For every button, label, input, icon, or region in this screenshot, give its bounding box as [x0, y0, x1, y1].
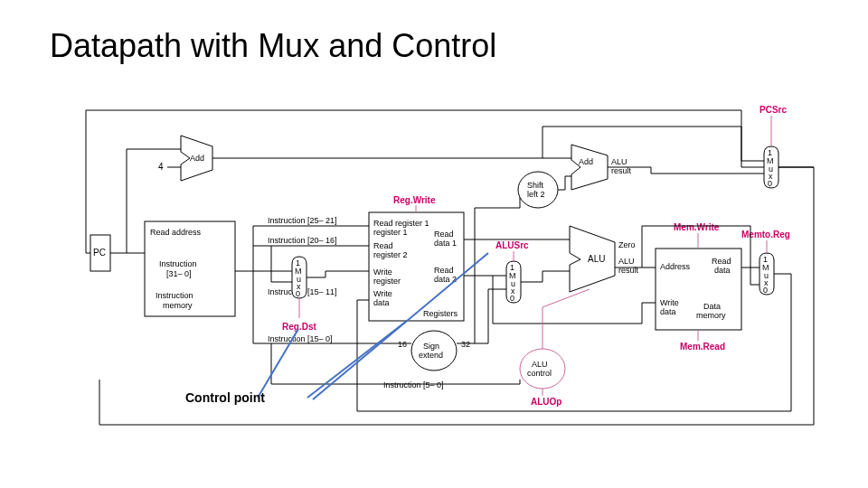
- svg-text:Data: Data: [703, 302, 721, 311]
- control-point-annotation: Control point: [185, 390, 265, 405]
- memread-signal: Mem.Read: [680, 342, 725, 352]
- svg-text:Zero: Zero: [618, 240, 636, 249]
- svg-text:Read: Read: [434, 266, 454, 275]
- mux-regdst: 1 M u x 0: [292, 257, 307, 298]
- svg-text:Write: Write: [373, 267, 392, 277]
- svg-text:Address: Address: [660, 262, 691, 271]
- pc-label: PC: [93, 248, 106, 258]
- aluop-signal: ALUOp: [531, 397, 561, 407]
- pcsrc-signal: PCSrc: [760, 105, 787, 115]
- regdst-signal: Reg.Dst: [282, 322, 316, 332]
- instr5-0: Instruction [5– 0]: [383, 380, 444, 389]
- mux-memtoreg: 1 M u x 0: [760, 253, 774, 295]
- adder-branch: [571, 145, 608, 190]
- svg-text:Shift: Shift: [527, 181, 544, 190]
- const-4: 4: [158, 162, 164, 172]
- svg-text:left 2: left 2: [527, 190, 545, 199]
- imem-name-2: memory: [163, 301, 193, 310]
- svg-text:Write: Write: [373, 289, 392, 298]
- imem-name-1: Instruction: [156, 291, 193, 300]
- svg-text:register 1: register 1: [373, 228, 408, 237]
- svg-text:0: 0: [510, 294, 514, 303]
- svg-text:extend: extend: [419, 351, 443, 360]
- svg-text:memory: memory: [696, 311, 726, 320]
- svg-text:Read register 1: Read register 1: [373, 219, 429, 228]
- svg-text:Read: Read: [373, 241, 393, 250]
- svg-text:Read: Read: [434, 230, 454, 239]
- svg-text:data: data: [373, 298, 390, 307]
- alusrc-signal: ALUSrc: [495, 240, 529, 250]
- svg-text:ALU: ALU: [611, 157, 627, 166]
- svg-text:Read: Read: [712, 257, 731, 266]
- imem-read-addr: Read address: [150, 228, 202, 237]
- svg-text:data: data: [714, 266, 731, 275]
- svg-text:Write: Write: [660, 298, 679, 307]
- svg-text:ALU: ALU: [532, 360, 548, 369]
- memwrite-signal: Mem.Write: [674, 222, 720, 232]
- svg-text:Registers: Registers: [423, 309, 458, 318]
- svg-text:Add: Add: [579, 157, 593, 166]
- instr20-16: Instruction [20– 16]: [268, 236, 337, 245]
- svg-text:control: control: [527, 369, 552, 378]
- svg-text:0: 0: [768, 179, 772, 188]
- svg-text:Sign: Sign: [423, 342, 439, 351]
- instr15-0: Instruction [15– 0]: [268, 334, 333, 343]
- svg-text:register 2: register 2: [373, 250, 408, 259]
- imem-instr-lo: [31– 0]: [166, 269, 192, 278]
- imem-instr-hi: Instruction: [159, 259, 197, 268]
- svg-text:0: 0: [296, 289, 300, 298]
- svg-text:data: data: [660, 307, 676, 316]
- instr25-21: Instruction [25– 21]: [268, 216, 337, 225]
- svg-text:0: 0: [763, 286, 768, 295]
- regwrite-signal: Reg.Write: [393, 195, 436, 205]
- mux-alusrc: 1 M u x 0: [506, 261, 521, 303]
- svg-text:32: 32: [461, 340, 470, 349]
- svg-text:register: register: [373, 277, 401, 286]
- svg-text:data 1: data 1: [434, 239, 457, 248]
- adder1-label: Add: [190, 154, 204, 163]
- memtoreg-signal: Memto.Reg: [741, 230, 790, 239]
- mux-pcsrc: 1 M u x 0: [764, 146, 778, 188]
- svg-text:16: 16: [398, 340, 407, 349]
- svg-text:ALU: ALU: [618, 257, 635, 266]
- svg-text:ALU: ALU: [588, 254, 605, 264]
- datapath-diagram: PC 4 Add Read address Instruction [31– 0…: [0, 0, 868, 488]
